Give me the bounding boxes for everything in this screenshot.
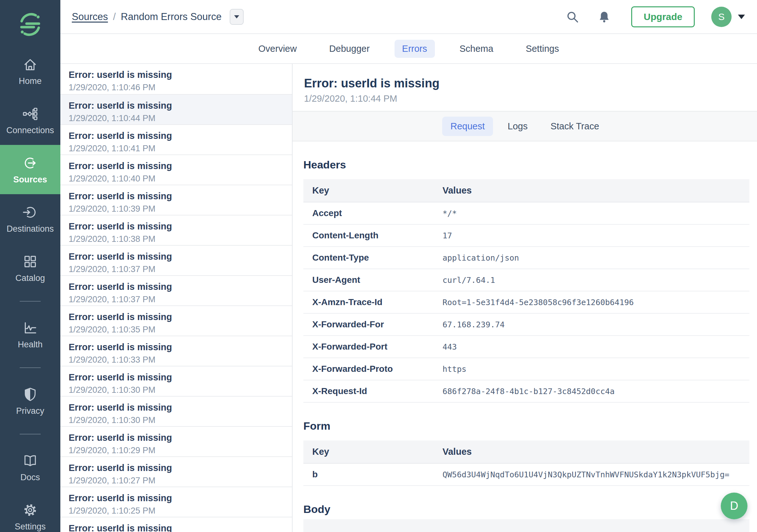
source-tabs: OverviewDebuggerErrorsSchemaSettings	[60, 34, 757, 64]
sidebar-item-settings[interactable]: Settings	[0, 492, 60, 532]
key-values-table: KeyValuesbQW56d3U4WjNqdTo6U1U4VjN3QkpUZT…	[303, 440, 749, 486]
error-detail-header: Error: userId is missing 1/29/2020, 1:10…	[292, 64, 757, 104]
sidebar-item-connections[interactable]: Connections	[0, 96, 60, 145]
error-list-item[interactable]: Error: userId is missing1/29/2020, 1:10:…	[60, 486, 292, 517]
table-row: X-Amzn-Trace-IdRoot=1-5e31f4d4-5e238058c…	[303, 291, 749, 313]
error-list-item[interactable]: Error: userId is missing1/29/2020, 1:10:…	[60, 275, 292, 305]
error-list-item[interactable]: Error: userId is missing1/29/2020, 1:10:…	[60, 336, 292, 366]
tab-schema[interactable]: Schema	[452, 40, 501, 58]
error-list-item[interactable]: Error: userId is missing1/29/2020, 1:10:…	[60, 396, 292, 426]
column-header: Values	[442, 179, 749, 202]
search-button[interactable]	[566, 10, 579, 23]
error-list-item[interactable]: Error: userId is missing1/29/2020, 1:10:…	[60, 366, 292, 396]
row-value: application/json	[442, 247, 749, 269]
docs-icon	[22, 453, 38, 469]
segment-logo-icon[interactable]	[17, 12, 43, 38]
topbar-actions: Upgrade S	[566, 6, 745, 27]
tab-settings[interactable]: Settings	[518, 40, 567, 58]
row-key: b	[303, 463, 442, 485]
sidebar-item-label: Health	[18, 340, 43, 350]
error-item-timestamp: 1/29/2020, 1:10:40 PM	[69, 174, 284, 184]
detail-tab-request[interactable]: Request	[442, 117, 493, 136]
error-item-timestamp: 1/29/2020, 1:10:25 PM	[69, 506, 284, 516]
row-value: */*	[442, 202, 749, 224]
row-key: X-Request-Id	[303, 380, 442, 402]
catalog-icon	[22, 254, 38, 269]
avatar[interactable]: S	[711, 7, 732, 27]
tab-overview[interactable]: Overview	[251, 40, 304, 58]
error-list-item[interactable]: Error: userId is missing1/29/2020, 1:10:…	[60, 305, 292, 336]
error-item-title: Error: userId is missing	[69, 100, 284, 111]
table-row: Content-Typeapplication/json	[303, 247, 749, 269]
error-item-title: Error: userId is missing	[69, 311, 284, 323]
error-item-timestamp: 1/29/2020, 1:10:30 PM	[69, 385, 284, 395]
table-row: X-Forwarded-Protohttps	[303, 358, 749, 380]
breadcrumb-current: Random Errors Source	[121, 11, 222, 22]
error-item-timestamp: 1/29/2020, 1:10:29 PM	[69, 446, 284, 455]
error-item-title: Error: userId is missing	[69, 130, 284, 142]
sidebar-item-docs[interactable]: Docs	[0, 443, 60, 492]
error-item-title: Error: userId is missing	[69, 250, 284, 263]
column-header: Key	[303, 179, 442, 202]
error-item-title: Error: userId is missing	[69, 401, 284, 414]
detail-tab-stack-trace[interactable]: Stack Trace	[542, 117, 607, 136]
error-list-item[interactable]: Error: userId is missing1/29/2020, 1:10:…	[60, 124, 292, 154]
sidebar-item-sources[interactable]: Sources	[0, 145, 60, 194]
row-value: 67.168.239.74	[442, 313, 749, 336]
row-key: Accept	[303, 202, 442, 224]
sidebar-item-health[interactable]: Health	[0, 310, 60, 359]
error-timestamp: 1/29/2020, 1:10:44 PM	[304, 93, 745, 104]
row-value: Root=1-5e31f4d4-5e238058c96f3e1260b64196	[442, 291, 749, 313]
row-value: 17	[442, 224, 749, 247]
sidebar-item-label: Settings	[15, 522, 46, 532]
upgrade-button[interactable]: Upgrade	[631, 6, 695, 27]
sidebar-nav: Home Connections	[0, 47, 60, 532]
chat-widget-button[interactable]: D	[721, 493, 747, 519]
error-item-title: Error: userId is missing	[69, 160, 284, 172]
error-list-item[interactable]: Error: userId is missing1/29/2020, 1:10:…	[60, 154, 292, 185]
error-list-item[interactable]: Error: userId is missing1/29/2020, 1:10:…	[60, 185, 292, 215]
detail-tab-logs[interactable]: Logs	[500, 117, 536, 136]
table-row: X-Forwarded-For67.168.239.74	[303, 313, 749, 336]
table-row: Accept*/*	[303, 202, 749, 224]
chevron-down-icon	[234, 15, 239, 18]
error-list-item[interactable]: Error: userId is missing1/29/2020, 1:10:…	[60, 456, 292, 486]
sidebar-item-privacy[interactable]: Privacy	[0, 376, 60, 425]
sidebar-item-destinations[interactable]: Destinations	[0, 194, 60, 243]
section-heading: Body	[303, 503, 749, 516]
breadcrumb-sources-link[interactable]: Sources	[72, 11, 108, 22]
sidebar-item-label: Privacy	[16, 406, 45, 416]
error-list-item[interactable]: Error: userId is missing1/29/2020, 1:10:…	[60, 94, 292, 124]
section-heading: Headers	[303, 159, 749, 171]
error-item-timestamp: 1/29/2020, 1:10:44 PM	[69, 113, 284, 123]
notifications-button[interactable]	[597, 10, 611, 23]
tab-errors[interactable]: Errors	[395, 40, 435, 58]
error-item-timestamp: 1/29/2020, 1:10:41 PM	[69, 144, 284, 153]
table-row: X-Request-Id686f278a-24f8-4b1c-b127-3c84…	[303, 380, 749, 402]
row-key: X-Amzn-Trace-Id	[303, 291, 442, 313]
sidebar-item-catalog[interactable]: Catalog	[0, 243, 60, 293]
search-icon	[566, 10, 579, 23]
error-list-item[interactable]: Error: userId is missing	[60, 517, 292, 532]
connections-icon	[22, 106, 38, 122]
error-detail-panel: Error: userId is missing 1/29/2020, 1:10…	[292, 64, 757, 532]
sidebar: Home Connections	[0, 0, 60, 532]
sidebar-item-label: Destinations	[7, 224, 54, 234]
sidebar-divider	[20, 434, 41, 434]
source-switcher-button[interactable]	[230, 9, 244, 25]
row-key: X-Forwarded-For	[303, 313, 442, 336]
sidebar-item-home[interactable]: Home	[0, 47, 60, 96]
error-item-title: Error: userId is missing	[69, 220, 284, 232]
app-root: Home Connections	[0, 0, 757, 532]
column-header: Key	[303, 440, 442, 463]
error-item-title: Error: userId is missing	[69, 432, 284, 444]
user-menu-caret-icon[interactable]	[738, 15, 745, 19]
error-list-item[interactable]: Error: userId is missing1/29/2020, 1:10:…	[60, 215, 292, 245]
error-list-item[interactable]: Error: userId is missing1/29/2020, 1:10:…	[60, 245, 292, 275]
error-list-item[interactable]: Error: userId is missing1/29/2020, 1:10:…	[60, 426, 292, 456]
breadcrumb-separator: /	[113, 11, 116, 22]
error-list-item[interactable]: Error: userId is missing1/29/2020, 1:10:…	[60, 64, 292, 94]
tab-debugger[interactable]: Debugger	[321, 40, 377, 58]
error-item-title: Error: userId is missing	[69, 492, 284, 504]
main-column: Sources / Random Errors Source	[60, 0, 757, 532]
